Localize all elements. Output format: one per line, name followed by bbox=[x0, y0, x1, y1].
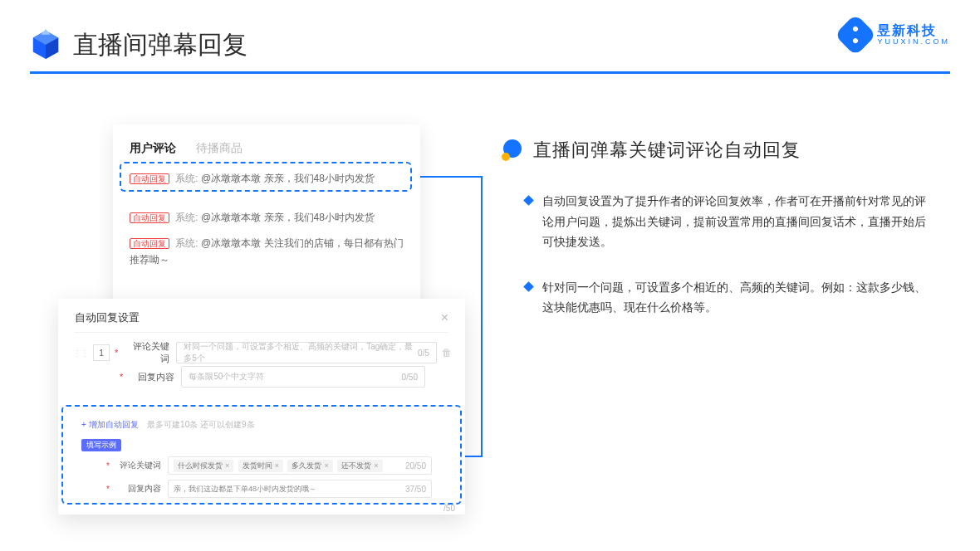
cube-icon bbox=[30, 29, 61, 61]
highlight-box-example bbox=[61, 405, 462, 505]
highlight-box-comment bbox=[120, 162, 412, 192]
diamond-icon bbox=[523, 195, 534, 206]
tab-pending-goods[interactable]: 待播商品 bbox=[196, 141, 243, 156]
tab-user-comments[interactable]: 用户评论 bbox=[130, 141, 176, 156]
reply-content-label: 回复内容 bbox=[130, 371, 174, 383]
keyword-input[interactable]: 对同一个问题，可设置多个相近、高频的关键词，Tag确定，最多5个 0/5 bbox=[176, 342, 437, 363]
rule-index: 1 bbox=[93, 344, 110, 361]
outer-count: /50 bbox=[443, 504, 455, 513]
close-icon[interactable]: × bbox=[441, 310, 448, 325]
dialog-title: 自动回复设置 bbox=[75, 310, 140, 325]
comment-row: 自动回复 系统: @冰墩墩本墩 亲亲，我们48小时内发货 bbox=[130, 203, 404, 229]
bullet-item: 自动回复设置为了提升作者的评论回复效率，作者可在开播前针对常见的评论用户问题，提… bbox=[502, 191, 950, 252]
brand-url: YUUXIN.COM bbox=[877, 38, 950, 46]
brand-name: 昱新科技 bbox=[877, 23, 950, 38]
comments-tabs: 用户评论 待播商品 bbox=[130, 141, 404, 163]
drag-handle-icon[interactable]: ⋮⋮ bbox=[73, 349, 88, 358]
section-title: 直播间弹幕关键词评论自动回复 bbox=[533, 138, 801, 163]
auto-reply-tag: 自动回复 bbox=[130, 238, 169, 249]
header-divider bbox=[30, 71, 950, 74]
left-illustration: 用户评论 待播商品 自动回复 系统: @冰墩墩本墩 亲亲，我们48小时内发货 自… bbox=[58, 124, 472, 523]
brand-mark-icon bbox=[835, 14, 877, 56]
reply-content-input[interactable]: 每条限50个中文字符 0/50 bbox=[181, 366, 425, 388]
keyword-label: 评论关键词 bbox=[125, 340, 169, 365]
brand-logo: 昱新科技 YUUXIN.COM bbox=[840, 20, 950, 50]
comments-panel: 用户评论 待播商品 自动回复 系统: @冰墩墩本墩 亲亲，我们48小时内发货 自… bbox=[113, 124, 420, 324]
diamond-icon bbox=[523, 281, 534, 292]
required-dot: * bbox=[115, 348, 118, 358]
right-content: 直播间弹幕关键词评论自动回复 自动回复设置为了提升作者的评论回复效率，作者可在开… bbox=[502, 138, 950, 343]
page-header: 直播间弹幕回复 昱新科技 YUUXIN.COM bbox=[30, 18, 950, 71]
comment-row: 自动回复 系统: @冰墩墩本墩 关注我们的店铺，每日都有热门推荐呦～ bbox=[130, 229, 404, 271]
svg-marker-3 bbox=[41, 29, 50, 35]
auto-reply-tag: 自动回复 bbox=[130, 212, 169, 223]
bullet-item: 针对同一个问题，可设置多个相近的、高频的关键词。例如：这款多少钱、这块能优惠吗、… bbox=[502, 277, 950, 318]
required-dot: * bbox=[120, 372, 123, 382]
page-title: 直播间弹幕回复 bbox=[73, 28, 247, 62]
bubble-icon bbox=[502, 139, 523, 161]
trash-icon[interactable]: 🗑 bbox=[442, 347, 452, 358]
